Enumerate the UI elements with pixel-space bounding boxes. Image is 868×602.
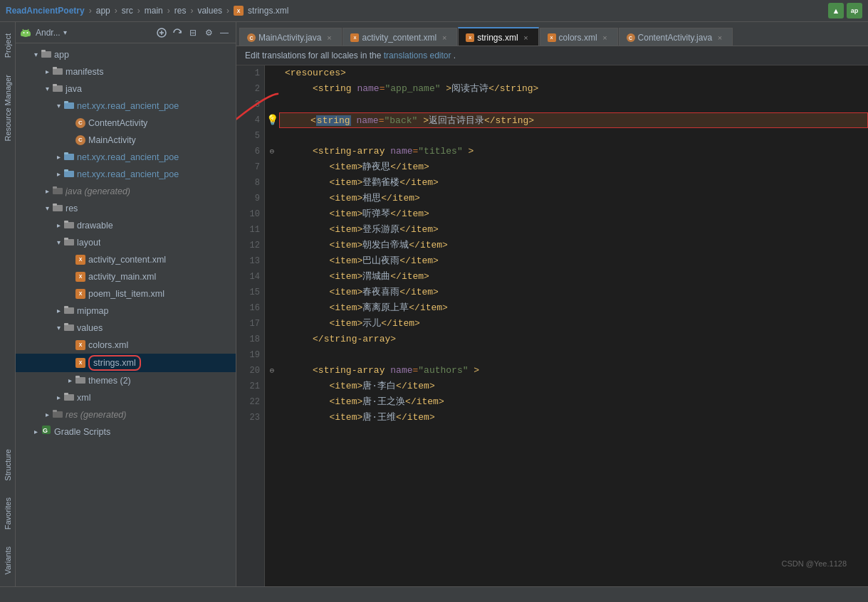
tab-contentactivity-label: ContentActivity.java (638, 33, 713, 43)
tree-item-colors-xml[interactable]: X colors.xml (16, 337, 236, 354)
chevron-java-gen (41, 186, 53, 197)
android-icon (20, 27, 31, 38)
settings-icon[interactable]: ⚙ (202, 26, 216, 40)
tree-item-activity-main-xml[interactable]: X activity_main.xml (16, 268, 236, 285)
breadcrumb-sep-6: › (226, 6, 229, 16)
tree-item-activity-content-xml[interactable]: X activity_content.xml (16, 251, 236, 268)
editor-hint-bar: Edit translations for all locales in the… (236, 46, 868, 65)
tab-mainactivity-close[interactable]: × (324, 33, 334, 43)
code-editor[interactable]: 1 2 3 4 5 6 7 8 9 10 11 12 13 14 15 16 1… (236, 65, 868, 586)
label-mipmap: mipmap (77, 304, 108, 318)
gradle-icon: G (41, 425, 51, 439)
tree-item-poem-list-xml[interactable]: X poem_list_item.xml (16, 285, 236, 302)
label-mainactivity: MainActivity (88, 133, 136, 147)
folder-icon-java-gen (53, 184, 63, 199)
tab-mainactivity[interactable]: C MainActivity.java × (239, 28, 342, 46)
dropdown-arrow[interactable]: ▾ (63, 28, 67, 36)
label-values: values (77, 321, 103, 335)
breadcrumb-project[interactable]: ReadAncientPoetry (6, 6, 85, 16)
tree-item-package-1[interactable]: net.xyx.read_ancient_poe (16, 97, 236, 115)
folder-icon-res (53, 201, 63, 216)
tab-contentactivity-close[interactable]: × (715, 33, 725, 43)
breadcrumb-main[interactable]: main (145, 6, 163, 16)
svg-rect-17 (64, 154, 74, 160)
tree-item-res[interactable]: res (16, 200, 236, 217)
gutter-15 (265, 285, 279, 300)
variants-tab[interactable]: Variants (1, 538, 14, 583)
svg-rect-30 (64, 306, 68, 308)
strings-xml-icon: X (234, 6, 244, 16)
gutter-6[interactable]: ⊖ (265, 144, 279, 159)
tree-item-mainactivity[interactable]: C MainActivity (16, 132, 236, 149)
watermark: CSDN @Yee.1128 (782, 559, 847, 568)
tab-activity-content-label: activity_content.xml (362, 33, 436, 43)
tree-item-layout[interactable]: layout (16, 234, 236, 251)
breadcrumb-values[interactable]: values (197, 6, 222, 16)
xml-icon-tab-content: X (350, 33, 359, 42)
folder-icon-java (53, 82, 63, 96)
tree-item-values[interactable]: values (16, 320, 236, 337)
tab-activity-content[interactable]: X activity_content.xml × (343, 28, 457, 46)
tree-item-res-gen[interactable]: res (generated) (16, 406, 236, 423)
breadcrumb-app[interactable]: app (96, 6, 110, 16)
project-tab[interactable]: Project (1, 25, 14, 66)
chevron-java (41, 83, 53, 95)
layout-icon[interactable]: ⊟ (186, 26, 200, 40)
folder-icon-mipmap (64, 304, 74, 318)
tree-item-java-gen[interactable]: java (generated) (16, 183, 236, 200)
tree-item-java[interactable]: java (16, 80, 236, 97)
tree-item-strings-xml[interactable]: X strings.xml (16, 354, 236, 372)
line-num-1: 1 (236, 65, 260, 81)
code-line-9: ________<item>相思</item> (282, 191, 865, 206)
add-icon[interactable] (155, 26, 169, 40)
tab-contentactivity[interactable]: C ContentActivity.java × (619, 28, 733, 46)
breadcrumb-src[interactable]: src (122, 6, 133, 16)
label-xml: xml (77, 391, 90, 405)
tab-strings-close[interactable]: × (521, 33, 531, 43)
tree-item-mipmap[interactable]: mipmap (16, 302, 236, 320)
svg-rect-37 (53, 411, 63, 418)
line-num-4: 4 (236, 112, 260, 128)
resource-manager-tab[interactable]: Resource Manager (1, 66, 14, 150)
tree-item-gradle[interactable]: G Gradle Scripts (16, 423, 236, 440)
tab-strings[interactable]: X strings.xml × (458, 27, 538, 46)
minimize-icon[interactable]: — (217, 26, 231, 40)
tree-item-themes[interactable]: themes (2) (16, 372, 236, 389)
code-line-3 (282, 97, 865, 112)
project-dropdown-label[interactable]: Andr... (36, 28, 61, 38)
hint-text-end: . (454, 51, 456, 60)
label-package-1: net.xyx.read_ancient_poe (77, 99, 179, 113)
label-res-gen: res (generated) (66, 408, 126, 422)
tree-item-package-2[interactable]: net.xyx.read_ancient_poe (16, 149, 236, 166)
folder-icon-drawable (64, 218, 74, 233)
chevron-mipmap (53, 305, 64, 317)
favorites-tab[interactable]: Favorites (1, 489, 14, 538)
svg-rect-31 (64, 324, 74, 331)
svg-rect-14 (53, 84, 57, 86)
tree-item-contentactivity[interactable]: C ContentActivity (16, 115, 236, 132)
line-num-16: 16 (236, 300, 260, 316)
breadcrumb-stringsxml[interactable]: strings.xml (248, 6, 288, 16)
line-num-6: 6 (236, 144, 260, 159)
code-content[interactable]: <resources> ____ <string name="app_name"… (279, 65, 868, 586)
sync-icon[interactable] (170, 26, 184, 40)
structure-tab[interactable]: Structure (1, 440, 14, 490)
java-icon-mainactivity: C (75, 135, 85, 145)
folder-icon-themes (75, 374, 85, 388)
breadcrumb-res[interactable]: res (174, 6, 187, 16)
tab-colors[interactable]: X colors.xml × (540, 28, 618, 46)
label-poem-list-xml: poem_list_item.xml (88, 287, 164, 301)
code-line-20: ____ <string-array name="authors" > (282, 363, 865, 379)
tree-item-app[interactable]: app (16, 46, 236, 63)
label-java: java (66, 82, 82, 96)
gutter-20[interactable]: ⊖ (265, 363, 279, 379)
tree-item-xml[interactable]: xml (16, 389, 236, 406)
tree-item-package-3[interactable]: net.xyx.read_ancient_poe (16, 166, 236, 183)
svg-line-4 (23, 29, 23, 31)
tab-colors-close[interactable]: × (600, 33, 610, 43)
tab-activity-content-close[interactable]: × (439, 33, 449, 43)
tree-item-manifests[interactable]: manifests (16, 63, 236, 80)
translations-editor-link[interactable]: translations editor (384, 51, 451, 60)
tree-item-drawable[interactable]: drawable (16, 217, 236, 234)
svg-rect-18 (64, 152, 68, 154)
